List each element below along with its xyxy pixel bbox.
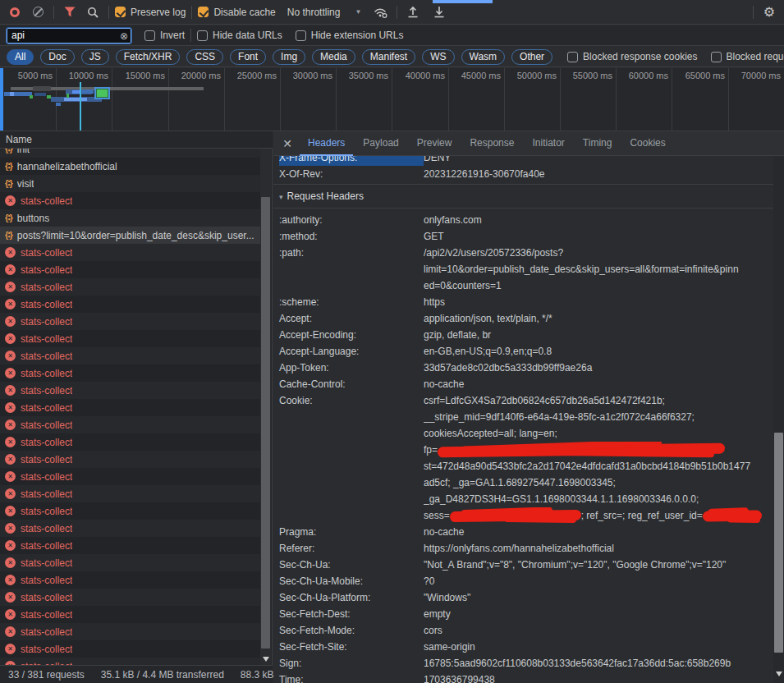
search-button[interactable] [83,2,103,22]
clear-button[interactable] [28,2,48,22]
filter-input[interactable]: api ⊗ [7,28,131,44]
request-row[interactable]: ✕stats-collect [0,554,262,571]
request-row[interactable]: ✕stats-collect [0,192,262,209]
domcontentloaded-event-line [80,82,81,131]
type-filter-fetch-xhr[interactable]: Fetch/XHR [116,49,181,65]
request-row[interactable]: ✕stats-collect [0,589,262,606]
tab-preview[interactable]: Preview [409,131,461,156]
wifi-gear-icon [374,7,388,18]
invert-checkbox[interactable]: Invert [144,30,185,41]
request-row[interactable]: {∶}hannahelizabethofficial [0,158,262,175]
timeline-tick-label: 30000 ms [293,71,336,80]
record-button[interactable] [5,2,25,22]
type-filter-doc[interactable]: Doc [40,49,74,65]
tab-cookies[interactable]: Cookies [621,131,673,156]
type-filter-img[interactable]: Img [273,49,305,65]
download-icon [433,6,445,18]
hide-extension-urls-label: Hide extension URLs [311,30,404,41]
request-row[interactable]: ✕stats-collect [0,658,262,665]
type-filter-wasm[interactable]: Wasm [461,49,506,65]
request-row[interactable]: ✕stats-collect [0,347,262,364]
request-list-scrollbar[interactable] [260,131,271,665]
throttling-dropdown[interactable]: No throttling ▼ [287,7,362,18]
request-headers-section-header[interactable]: ▾Request Headers [273,184,774,209]
request-row[interactable]: ✕stats-collect [0,416,262,433]
request-row[interactable]: ✕stats-collect [0,364,262,382]
settings-button[interactable]: ⚙ [759,2,779,22]
tab-payload[interactable]: Payload [355,131,406,156]
type-filter-font[interactable]: Font [230,49,266,65]
request-row[interactable]: ✕stats-collect [0,485,262,502]
request-row[interactable]: {∶}buttons [0,209,262,227]
type-filter-ws[interactable]: WS [422,49,454,65]
tab-headers[interactable]: Headers [300,131,353,156]
blocked-response-cookies-checkbox[interactable]: Blocked response cookies [567,51,697,62]
tab-response[interactable]: Response [461,131,522,156]
header-value: cors [424,622,774,639]
request-row[interactable]: ✕stats-collect [0,451,262,468]
request-row[interactable]: ✕stats-collect [0,433,262,451]
request-row[interactable]: ✕stats-collect [0,606,262,623]
type-filter-manifest[interactable]: Manifest [362,49,415,65]
type-filter-js[interactable]: JS [81,49,109,65]
type-filter-other[interactable]: Other [511,49,552,65]
close-details-button[interactable]: ✕ [277,137,298,150]
import-har-button[interactable] [403,2,423,22]
request-row[interactable]: {∶}posts?limit=10&order=publish_date_des… [0,227,262,244]
name-column-header[interactable]: Name [0,131,273,149]
request-row[interactable]: ✕stats-collect [0,244,262,261]
request-row[interactable]: ✕stats-collect [0,382,262,399]
export-har-button[interactable] [429,2,449,22]
request-row[interactable]: ✕stats-collect [0,399,262,416]
error-icon: ✕ [5,195,16,206]
network-overview-timeline[interactable]: 5000 ms10000 ms15000 ms20000 ms25000 ms3… [0,68,784,131]
error-icon: ✕ [5,299,16,309]
request-row[interactable]: ✕stats-collect [0,537,262,554]
clear-filter-icon[interactable]: ⊗ [120,30,128,42]
tab-initiator[interactable]: Initiator [524,131,572,156]
waterfall-bar [64,98,87,101]
header-value-text: en-GB,en-US;q=0.9,en;q=0.8 [424,346,552,357]
request-row[interactable]: ✕stats-collect [0,520,262,537]
header-row: Accept-Encoding:gzip, deflate, br [273,327,774,343]
overview-selection-handle[interactable] [0,68,3,131]
request-row[interactable]: ✕stats-collect [0,296,262,313]
header-value-text: no-cache [424,526,464,538]
blocked-requests-checkbox[interactable]: Blocked requests [711,51,784,62]
scroll-down-arrow-icon[interactable] [263,657,269,662]
scrollbar-thumb[interactable] [261,197,270,649]
request-row[interactable]: {∶}visit [0,175,262,192]
header-value-text: __stripe_mid=9df140f6-e64a-419e-85fc-a1c… [424,411,695,423]
request-row[interactable]: ✕stats-collect [0,278,262,296]
request-row[interactable]: {∶}init [0,149,262,158]
request-row[interactable]: ✕stats-collect [0,571,262,589]
preserve-log-checkbox[interactable]: Preserve log [115,7,186,18]
waterfall-bar [56,103,61,106]
request-row[interactable]: ✕stats-collect [0,330,262,347]
type-filter-css[interactable]: CSS [186,49,223,65]
request-row[interactable]: ✕stats-collect [0,261,262,278]
hide-extension-urls-checkbox[interactable]: Hide extension URLs [296,30,404,41]
timeline-tick-label: 10000 ms [69,71,112,80]
header-value-line: https://onlyfans.com/hannahelizabethoffi… [424,540,774,557]
request-row[interactable]: ✕stats-collect [0,640,262,658]
header-value: 202312261916-30670fa40e [424,166,774,182]
request-row[interactable]: ✕stats-collect [0,502,262,520]
filter-toggle-button[interactable] [60,2,80,22]
request-row[interactable]: ✕stats-collect [0,468,262,485]
header-value-line: 16785:5aad9602cf110608b03133de563642fac1… [424,655,774,672]
type-filter-all[interactable]: All [7,49,34,65]
request-row[interactable]: ✕stats-collect [0,623,262,640]
disable-cache-checkbox[interactable]: Disable cache [198,7,275,18]
scroll-down-arrow-icon[interactable] [776,672,782,676]
scrollbar-thumb[interactable] [774,433,783,653]
hide-data-urls-checkbox[interactable]: Hide data URLs [197,30,282,41]
type-filter-media[interactable]: Media [312,49,355,65]
request-row[interactable]: ✕stats-collect [0,313,262,330]
tab-timing[interactable]: Timing [575,131,621,156]
network-conditions-button[interactable] [371,2,391,22]
header-value-text: ad5cf; _ga=GA1.1.689275447.1698003345; [424,477,616,488]
timeline-gridline [280,68,281,131]
header-value: GET [424,228,774,245]
details-scrollbar[interactable] [773,131,784,683]
